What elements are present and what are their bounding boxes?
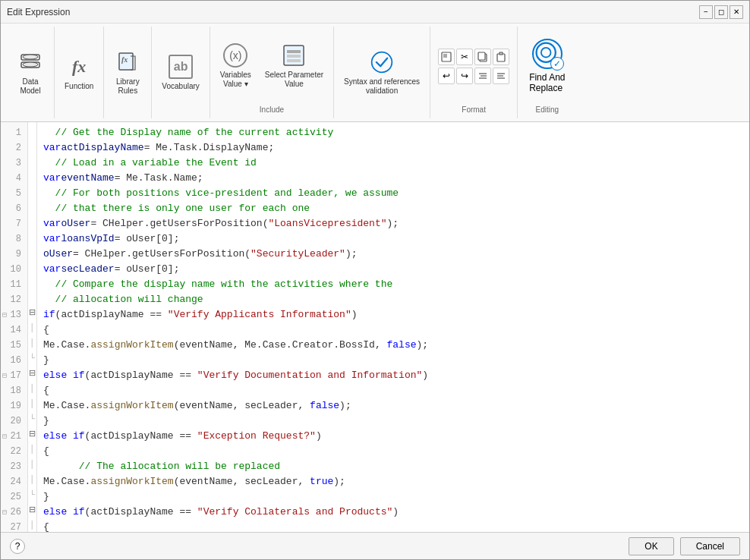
editor-area: 1 2 3 4 5 6 7 8 9 10 11 12 13 14 15 16 1… — [1, 122, 749, 532]
line-number: 24 — [1, 474, 27, 489]
toolbar-items: DataModel — [11, 30, 49, 115]
toolbar-items: ✂ ↩ ↪ — [435, 30, 512, 102]
code-line: // The allocation will be replaced — [43, 459, 743, 474]
include-label: Include — [260, 105, 284, 115]
syntax-validation-button[interactable]: Syntax and referencesvalidation — [339, 46, 425, 99]
toolbar-items: Find AndReplace — [522, 30, 572, 102]
line-numbers: 1 2 3 4 5 6 7 8 9 10 11 12 13 14 15 16 1… — [1, 122, 28, 532]
editing-label: Editing — [536, 105, 559, 115]
format-row-2: ↩ ↪ — [438, 68, 509, 84]
svg-line-25 — [553, 59, 557, 64]
toolbar-group-function: fx Function — [55, 27, 104, 118]
code-line: oUser = CHelper.getUsersForPosition("Sec… — [43, 247, 743, 262]
format-btn-1[interactable] — [438, 49, 455, 65]
variables-value-button[interactable]: (x) VariablesValue ▾ — [215, 39, 257, 93]
code-line: Me.Case.assignWorkItem(eventName, secLea… — [43, 474, 743, 489]
code-line: else if (actDisplayName == "Verify Colla… — [43, 505, 743, 520]
format-btn-indent-left[interactable] — [474, 68, 491, 84]
function-icon: fx — [67, 55, 91, 79]
toolbar-group-vocabulary: ab Vocabulary — [152, 27, 210, 118]
vocabulary-icon: ab — [169, 55, 193, 79]
format-btn-paste[interactable] — [493, 49, 509, 65]
restore-button[interactable]: ◻ — [714, 5, 728, 19]
code-line: } — [43, 353, 743, 368]
code-line: if (actDisplayName == "Verify Applicants… — [43, 307, 743, 322]
format-btn-scissors[interactable]: ✂ — [456, 49, 473, 65]
code-line: { — [43, 322, 743, 338]
find-and-replace-button[interactable]: Find AndReplace — [522, 33, 572, 99]
code-line: Me.Case.assignWorkItem(eventName, secLea… — [43, 398, 743, 414]
format-label: Format — [462, 105, 486, 115]
line-number: 20 — [1, 414, 27, 429]
code-line: // allocation will change — [43, 292, 743, 307]
code-line: // Compare the display name with the act… — [43, 277, 743, 292]
ok-button[interactable]: OK — [629, 537, 673, 555]
toolbar-items: (x) VariablesValue ▾ Select ParameterVal… — [215, 30, 329, 102]
code-line: // For both positions vice-president and… — [43, 186, 743, 201]
toolbar-group-data-model: DataModel — [7, 27, 55, 118]
function-button[interactable]: fx Function — [59, 51, 99, 95]
line-number: 9 — [1, 247, 27, 262]
close-button[interactable]: ✕ — [730, 5, 743, 19]
format-btn-undo[interactable]: ↩ — [438, 68, 455, 84]
format-row-1: ✂ — [438, 49, 509, 65]
toolbar-group-editing: Find AndReplace Editing — [518, 27, 576, 118]
find-replace-icon — [532, 39, 562, 69]
minimize-button[interactable]: − — [699, 5, 713, 19]
code-line: var secLeader = oUser[0]; — [43, 262, 743, 277]
svg-point-26 — [551, 58, 559, 66]
line-number: 26 — [1, 505, 27, 520]
svg-point-23 — [536, 43, 555, 62]
code-line: var oUser = CHelper.getUsersForPosition(… — [43, 216, 743, 231]
svg-rect-9 — [287, 59, 301, 62]
line-number: 27 — [1, 520, 27, 532]
code-line: // Get the Display name of the current a… — [43, 125, 743, 140]
line-number: 2 — [1, 140, 27, 156]
line-number: 25 — [1, 489, 27, 505]
line-number: 19 — [1, 398, 27, 414]
vocabulary-button[interactable]: ab Vocabulary — [156, 51, 204, 95]
code-editor[interactable]: // Get the Display name of the current a… — [37, 122, 749, 532]
vocabulary-label: Vocabulary — [162, 82, 199, 91]
find-and-replace-label: Find AndReplace — [529, 72, 565, 93]
code-line: // Load in a variable the Event id — [43, 156, 743, 171]
svg-rect-16 — [499, 52, 503, 55]
code-line: Me.Case.assignWorkItem(eventName, Me.Cas… — [43, 338, 743, 353]
code-line: } — [43, 489, 743, 505]
format-btn-copy[interactable] — [474, 49, 491, 65]
bottom-right: OK Cancel — [629, 537, 740, 555]
code-line: var loansVpId = oUser[0]; — [43, 231, 743, 247]
help-button[interactable]: ? — [10, 539, 25, 554]
line-number: 3 — [1, 156, 27, 171]
fold-indicator: ⊟ │ │ └ ⊟ │ │ └ ⊟ │ │ │ └ ⊟ │ │ └ — [28, 122, 37, 532]
cancel-button[interactable]: Cancel — [680, 537, 740, 555]
code-line: var eventName = Me.Task.Name; — [43, 171, 743, 186]
svg-point-10 — [372, 52, 392, 72]
line-number: 15 — [1, 338, 27, 353]
window-title: Edit Expression — [7, 7, 70, 17]
svg-rect-12 — [443, 54, 447, 58]
svg-rect-8 — [287, 55, 301, 58]
line-number: 5 — [1, 186, 27, 201]
code-line: } — [43, 414, 743, 429]
select-parameter-button[interactable]: Select ParameterValue — [260, 39, 329, 93]
data-model-button[interactable]: DataModel — [11, 46, 49, 99]
select-parameter-label: Select ParameterValue — [265, 71, 323, 89]
line-number: 7 — [1, 216, 27, 231]
bottom-bar: ? OK Cancel — [1, 532, 749, 559]
line-number: 4 — [1, 171, 27, 186]
toolbar-group-include: (x) VariablesValue ▾ Select ParameterVal… — [210, 27, 334, 118]
line-number: 11 — [1, 277, 27, 292]
variables-label: VariablesValue ▾ — [220, 71, 251, 89]
library-rules-button[interactable]: fx LibraryRules — [109, 46, 147, 99]
line-number: 18 — [1, 383, 27, 398]
format-btn-indent-right[interactable] — [493, 68, 509, 84]
line-number: 23 — [1, 459, 27, 474]
toolbar-group-library-rules: fx LibraryRules — [104, 27, 152, 118]
syntax-icon — [370, 50, 394, 74]
line-number: 1 — [1, 125, 27, 140]
title-bar: Edit Expression − ◻ ✕ — [1, 1, 749, 24]
toolbar-group-format: ✂ ↩ ↪ — [430, 27, 518, 118]
library-rules-icon: fx — [115, 50, 140, 74]
format-btn-redo[interactable]: ↪ — [456, 68, 473, 84]
